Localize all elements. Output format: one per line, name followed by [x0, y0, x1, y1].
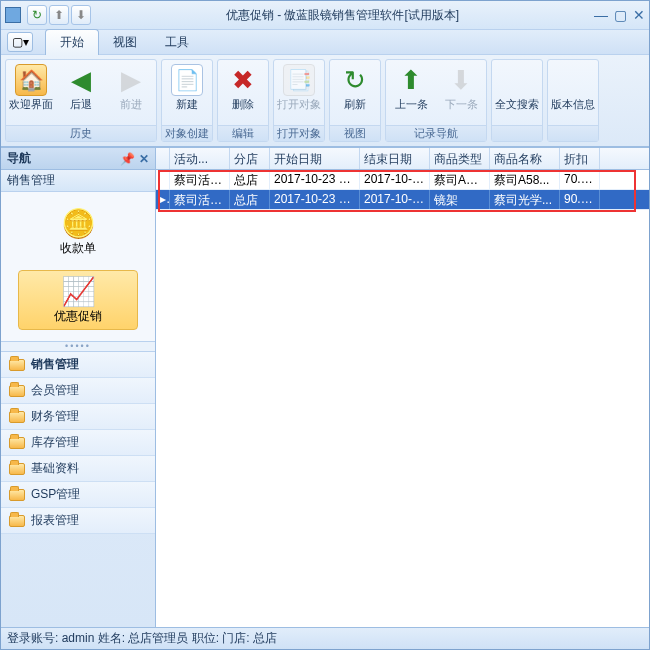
window-title: 优惠促销 - 傲蓝眼镜销售管理软件[试用版本] [91, 7, 594, 24]
shortcut-receipt[interactable]: 🪙 收款单 [18, 202, 138, 262]
row-indicator: ▸ [156, 190, 170, 209]
shortcut-promo[interactable]: 📈 优惠促销 [18, 270, 138, 330]
open-object-button[interactable]: 📑打开对象 [274, 60, 324, 125]
new-button[interactable]: 📄新建 [162, 60, 212, 125]
quick-access-toolbar: ↻ ⬆ ⬇ [27, 5, 91, 25]
content-area: 活动... 分店 开始日期 结束日期 商品类型 商品名称 折扣 蔡司活动日 总店… [156, 148, 649, 627]
folder-icon [9, 411, 25, 423]
nav-item-basedata[interactable]: 基础资料 [1, 456, 155, 482]
col-end[interactable]: 结束日期 [360, 148, 430, 169]
ribbon-group-view: ↻刷新 视图 [329, 59, 381, 142]
group-caption-view: 视图 [330, 125, 380, 141]
nav-list: 销售管理 会员管理 财务管理 库存管理 基础资料 GSP管理 报表管理 [1, 352, 155, 627]
nav-item-sales[interactable]: 销售管理 [1, 352, 155, 378]
nav-header: 导航 📌 ✕ [1, 148, 155, 170]
forward-button[interactable]: ▶前进 [106, 60, 156, 125]
ribbon-tabs: 开始 视图 工具 [45, 29, 203, 55]
ribbon-group-recordnav: ⬆上一条 ⬇下一条 记录导航 [385, 59, 487, 142]
nav-pin-icon[interactable]: 📌 [120, 152, 135, 166]
row-indicator [156, 170, 170, 189]
folder-icon [9, 385, 25, 397]
ribbon-group-version: 版本信息 [547, 59, 599, 142]
ribbon-group-create: 📄新建 对象创建 [161, 59, 213, 142]
down-quick-button[interactable]: ⬇ [71, 5, 91, 25]
table-row[interactable]: 蔡司活动日 总店 2017-10-23 0... 2017-10-2... 蔡司… [156, 170, 649, 190]
nav-item-members[interactable]: 会员管理 [1, 378, 155, 404]
folder-icon [9, 359, 25, 371]
nav-item-gsp[interactable]: GSP管理 [1, 482, 155, 508]
group-caption-edit: 编辑 [218, 125, 268, 141]
group-caption-version [548, 125, 598, 141]
maximize-button[interactable]: ▢ [614, 7, 627, 23]
ribbon-group-open: 📑打开对象 打开对象 [273, 59, 325, 142]
shortcut-receipt-label: 收款单 [60, 240, 96, 257]
ribbon-group-search: 全文搜索 [491, 59, 543, 142]
nav-item-finance[interactable]: 财务管理 [1, 404, 155, 430]
nav-item-inventory[interactable]: 库存管理 [1, 430, 155, 456]
titlebar: ↻ ⬆ ⬇ 优惠促销 - 傲蓝眼镜销售管理软件[试用版本] — ▢ ✕ [1, 1, 649, 29]
col-store[interactable]: 分店 [230, 148, 270, 169]
tab-view[interactable]: 视图 [99, 30, 151, 55]
ribbon-group-history: 🏠欢迎界面 ◀后退 ▶前进 历史 [5, 59, 157, 142]
shortcut-promo-label: 优惠促销 [54, 308, 102, 325]
nav-panel: 导航 📌 ✕ 销售管理 🪙 收款单 📈 优惠促销 ••••• 销售管理 [1, 148, 156, 627]
menubar: ▢▾ 开始 视图 工具 [1, 29, 649, 55]
tab-start[interactable]: 开始 [45, 29, 99, 55]
nav-item-reports[interactable]: 报表管理 [1, 508, 155, 534]
grid-body: 蔡司活动日 总店 2017-10-23 0... 2017-10-2... 蔡司… [156, 170, 649, 627]
folder-icon [9, 515, 25, 527]
folder-icon [9, 437, 25, 449]
close-button[interactable]: ✕ [633, 7, 645, 23]
grid-header: 活动... 分店 开始日期 结束日期 商品类型 商品名称 折扣 [156, 148, 649, 170]
nav-section-header[interactable]: 销售管理 [1, 170, 155, 192]
tab-tools[interactable]: 工具 [151, 30, 203, 55]
col-activity[interactable]: 活动... [170, 148, 230, 169]
window-controls: — ▢ ✕ [594, 7, 645, 23]
delete-button[interactable]: ✖删除 [218, 60, 268, 125]
nav-shortcuts: 🪙 收款单 📈 优惠促销 [1, 192, 155, 342]
col-start[interactable]: 开始日期 [270, 148, 360, 169]
welcome-button[interactable]: 🏠欢迎界面 [6, 60, 56, 125]
app-window: ↻ ⬆ ⬇ 优惠促销 - 傲蓝眼镜销售管理软件[试用版本] — ▢ ✕ ▢▾ 开… [0, 0, 650, 650]
table-row[interactable]: ▸ 蔡司活动日 总店 2017-10-23 0... 2017-10-2... … [156, 190, 649, 210]
fulltext-search-button[interactable]: 全文搜索 [492, 60, 542, 125]
status-text: 登录账号: admin 姓名: 总店管理员 职位: 门店: 总店 [7, 630, 277, 647]
folder-icon [9, 463, 25, 475]
coins-icon: 🪙 [61, 207, 96, 240]
chart-icon: 📈 [61, 275, 96, 308]
nav-splitter[interactable]: ••••• [1, 342, 155, 352]
group-caption-nav: 记录导航 [386, 125, 486, 141]
app-icon [5, 7, 21, 23]
ribbon-group-edit: ✖删除 编辑 [217, 59, 269, 142]
up-quick-button[interactable]: ⬆ [49, 5, 69, 25]
refresh-button[interactable]: ↻刷新 [330, 60, 380, 125]
refresh-quick-button[interactable]: ↻ [27, 5, 47, 25]
next-record-button[interactable]: ⬇下一条 [436, 60, 486, 125]
statusbar: 登录账号: admin 姓名: 总店管理员 职位: 门店: 总店 [1, 627, 649, 649]
group-caption-history: 历史 [6, 125, 156, 141]
version-info-button[interactable]: 版本信息 [548, 60, 598, 125]
row-indicator-header [156, 148, 170, 169]
body: 导航 📌 ✕ 销售管理 🪙 收款单 📈 优惠促销 ••••• 销售管理 [1, 147, 649, 627]
group-caption-open: 打开对象 [274, 125, 324, 141]
ribbon: 🏠欢迎界面 ◀后退 ▶前进 历史 📄新建 对象创建 ✖删除 编辑 📑打开对象 打… [1, 55, 649, 147]
col-disc[interactable]: 折扣 [560, 148, 600, 169]
col-pname[interactable]: 商品名称 [490, 148, 560, 169]
back-button[interactable]: ◀后退 [56, 60, 106, 125]
folder-icon [9, 489, 25, 501]
group-caption-create: 对象创建 [162, 125, 212, 141]
col-ptype[interactable]: 商品类型 [430, 148, 490, 169]
prev-record-button[interactable]: ⬆上一条 [386, 60, 436, 125]
group-caption-search [492, 125, 542, 141]
nav-title: 导航 [7, 150, 31, 167]
minimize-button[interactable]: — [594, 7, 608, 23]
layout-menu-button[interactable]: ▢▾ [7, 32, 33, 52]
nav-close-icon[interactable]: ✕ [139, 152, 149, 166]
